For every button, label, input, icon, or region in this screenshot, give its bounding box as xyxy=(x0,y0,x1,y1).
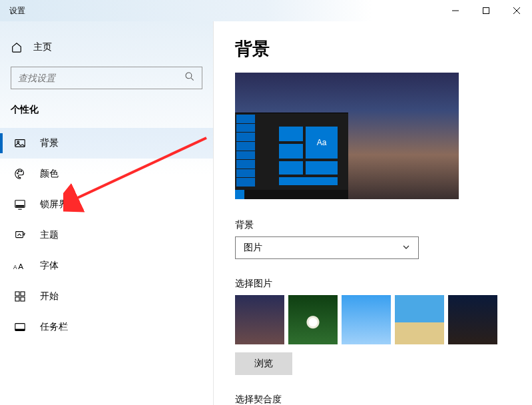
sidebar-home-label: 主页 xyxy=(33,41,52,53)
svg-point-9 xyxy=(18,171,19,172)
picture-thumbnail[interactable] xyxy=(235,295,284,344)
browse-button[interactable]: 浏览 xyxy=(235,352,292,375)
palette-icon xyxy=(13,167,27,181)
search-input[interactable] xyxy=(11,67,202,89)
sidebar-nav: 背景 颜色 锁屏界面 主题 xyxy=(0,128,213,342)
font-icon: AA xyxy=(13,259,27,272)
svg-rect-17 xyxy=(15,292,19,296)
maximize-icon xyxy=(482,7,490,15)
home-icon xyxy=(11,41,23,53)
picture-thumbnails xyxy=(235,295,511,344)
background-dropdown[interactable]: 图片 xyxy=(235,236,419,259)
close-button[interactable] xyxy=(501,0,532,21)
theme-icon xyxy=(13,228,27,242)
svg-rect-6 xyxy=(15,140,25,147)
sidebar-item-label: 颜色 xyxy=(40,168,59,180)
svg-point-7 xyxy=(17,141,19,143)
sidebar-item-lockscreen[interactable]: 锁屏界面 xyxy=(0,189,213,220)
svg-rect-22 xyxy=(15,329,25,331)
sidebar-home[interactable]: 主页 xyxy=(0,35,213,60)
choose-fit-label: 选择契合度 xyxy=(235,394,511,405)
svg-point-8 xyxy=(17,173,19,174)
svg-line-5 xyxy=(191,78,194,81)
sidebar-item-fonts[interactable]: AA 字体 xyxy=(0,250,213,281)
svg-rect-14 xyxy=(16,232,23,238)
svg-rect-19 xyxy=(15,297,19,301)
svg-rect-18 xyxy=(21,292,25,296)
sidebar-item-label: 背景 xyxy=(40,137,59,149)
main-panel: 背景 Aa 背景 图片 选择图片 xyxy=(213,21,532,405)
window-title: 设置 xyxy=(9,5,25,17)
maximize-button[interactable] xyxy=(471,0,501,21)
search-icon xyxy=(184,71,195,85)
preview-sample-text: Aa xyxy=(306,127,338,159)
window-controls xyxy=(440,0,532,21)
svg-rect-20 xyxy=(21,297,25,301)
sidebar-item-start[interactable]: 开始 xyxy=(0,281,213,312)
browse-button-label: 浏览 xyxy=(254,358,273,370)
svg-rect-13 xyxy=(16,205,25,207)
sidebar: 主页 个性化 背景 颜色 xyxy=(0,21,213,405)
picture-thumbnail[interactable] xyxy=(395,295,444,344)
picture-thumbnail[interactable] xyxy=(342,295,391,344)
svg-rect-1 xyxy=(483,8,489,14)
lockscreen-icon xyxy=(13,198,27,211)
picture-icon xyxy=(13,137,27,150)
sidebar-item-colors[interactable]: 颜色 xyxy=(0,159,213,189)
titlebar: 设置 xyxy=(0,0,532,21)
minimize-button[interactable] xyxy=(440,0,471,21)
search-field[interactable] xyxy=(18,73,184,83)
svg-text:A: A xyxy=(18,262,23,271)
taskbar-icon xyxy=(13,320,27,334)
sidebar-item-label: 开始 xyxy=(40,290,59,302)
dropdown-value: 图片 xyxy=(244,242,262,254)
svg-point-10 xyxy=(21,171,22,172)
sidebar-item-taskbar[interactable]: 任务栏 xyxy=(0,312,213,342)
close-icon xyxy=(513,7,521,15)
sidebar-item-label: 任务栏 xyxy=(40,321,68,333)
page-title: 背景 xyxy=(235,37,511,61)
svg-text:A: A xyxy=(13,264,17,270)
chevron-down-icon xyxy=(402,243,410,253)
picture-thumbnail[interactable] xyxy=(448,295,497,344)
sidebar-item-label: 主题 xyxy=(40,229,59,241)
desktop-preview: Aa xyxy=(235,73,459,199)
sidebar-item-label: 字体 xyxy=(40,260,59,272)
start-icon xyxy=(13,290,27,303)
background-label: 背景 xyxy=(235,219,511,231)
sidebar-item-label: 锁屏界面 xyxy=(40,199,77,210)
sidebar-heading: 个性化 xyxy=(0,89,213,121)
minimize-icon xyxy=(451,7,459,15)
svg-point-4 xyxy=(186,73,192,79)
choose-picture-label: 选择图片 xyxy=(235,278,511,290)
sidebar-item-themes[interactable]: 主题 xyxy=(0,220,213,250)
picture-thumbnail[interactable] xyxy=(288,295,338,344)
sidebar-item-background[interactable]: 背景 xyxy=(0,128,213,159)
